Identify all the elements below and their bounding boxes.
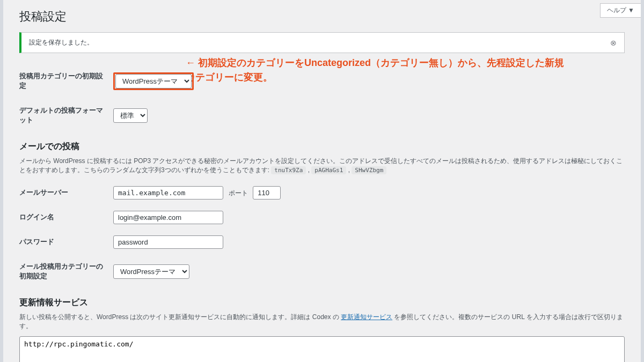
mail-server-input[interactable] [113,186,223,200]
code-chip: SHwVZbgm [352,166,386,174]
highlight-box: WordPressテーマ [113,72,194,90]
mail-server-label: メールサーバー [19,180,113,205]
settings-saved-notice: 設定を保存しました。 ⊗ [19,32,625,53]
notice-text: 設定を保存しました。 [29,38,93,47]
default-category-label: 投稿用カテゴリーの初期設定 [19,64,113,98]
code-chip: pAGHaGs1 [311,166,346,174]
login-label: ログイン名 [19,205,113,230]
port-label: ポート [229,189,248,197]
dismiss-icon[interactable]: ⊗ [610,39,617,47]
default-category-select[interactable]: WordPressテーマ [115,74,192,88]
mail-category-label: メール投稿用カテゴリーの初期設定 [19,254,113,289]
mail-category-select[interactable]: WordPressテーマ [113,264,189,279]
login-input[interactable] [113,211,223,224]
mail-section-desc: メールから WordPress に投稿するには POP3 アクセスができる秘密の… [19,157,625,175]
password-input[interactable] [113,235,223,249]
update-section-desc: 新しい投稿を公開すると、WordPress は次のサイト更新通知サービスに自動的… [19,313,625,331]
update-service-link[interactable]: 更新通知サービス [341,313,392,321]
default-format-select[interactable]: 標準 [113,108,148,123]
mail-section-title: メールでの投稿 [19,141,625,152]
update-section-title: 更新情報サービス [19,297,625,308]
password-label: パスワード [19,230,113,254]
ping-services-textarea[interactable]: http://rpc.pingomatic.com/ [19,336,625,362]
page-title: 投稿設定 [19,0,625,32]
port-input[interactable] [253,186,281,200]
help-tab-label: ヘルプ ▼ [607,6,634,14]
default-format-label: デフォルトの投稿フォーマット [19,98,113,132]
code-chip: tnuTx9Za [271,166,306,174]
help-tab[interactable]: ヘルプ ▼ [600,3,641,18]
